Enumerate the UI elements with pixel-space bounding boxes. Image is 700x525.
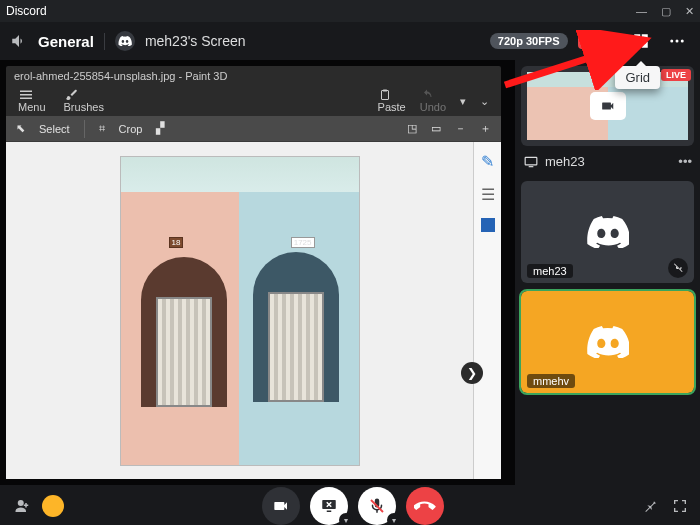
grid-tooltip: Grid [615,66,660,89]
view-3d-icon[interactable]: ◳ [407,122,417,135]
self-avatar[interactable] [42,495,64,517]
svg-rect-2 [634,42,640,48]
svg-rect-17 [327,511,332,513]
svg-point-6 [681,40,684,43]
camera-button[interactable] [262,487,300,525]
undo-icon [420,89,434,101]
app-name: Discord [6,4,47,18]
participants-sidebar: LIVE meh23 ••• meh23 mmehv [515,60,700,485]
zoom-in-icon[interactable]: ＋ [480,121,491,136]
chevron-down-icon[interactable]: ⌄ [480,95,489,108]
speaker-icon[interactable] [10,32,28,50]
camera-icon [598,99,618,113]
stream-thumbnail[interactable]: LIVE [521,66,694,146]
stream-user-label[interactable]: meh23 [545,154,585,169]
paint3d-menu-label[interactable]: Menu [18,101,46,113]
brush-icon[interactable] [64,89,78,101]
crop-icon[interactable]: ⌗ [99,122,105,135]
discord-logo-icon [587,216,629,248]
channel-name[interactable]: General [38,33,105,50]
house-number-right: 1725 [291,237,315,248]
stream-more-button[interactable]: ••• [678,154,692,169]
call-header: General meh23's Screen 720p 30FPS LIVE [0,22,700,60]
house-number-left: 18 [169,237,184,248]
svg-rect-8 [20,91,32,93]
svg-rect-12 [383,90,387,92]
svg-rect-13 [525,157,537,165]
thumb-live-badge: LIVE [661,69,691,81]
grid-view-button[interactable] [628,30,654,52]
chevron-down-icon[interactable]: ▾ [387,513,401,525]
window-titlebar: Discord ― ▢ ✕ [0,0,700,22]
hamburger-icon[interactable] [18,89,34,101]
add-user-button[interactable] [12,497,34,515]
mute-button[interactable]: ▾ [358,487,396,525]
mic-muted-icon [668,258,688,278]
chevron-down-icon[interactable]: ▾ [339,513,353,525]
canvas-image: 18 1725 [120,156,360,466]
cursor-icon[interactable]: ⬉ [16,122,25,135]
paint3d-paste-label[interactable]: Paste [378,101,406,113]
zoom-out-icon[interactable]: － [455,121,466,136]
svg-rect-0 [634,34,640,40]
participant-tile[interactable]: meh23 [521,181,694,283]
svg-rect-11 [381,91,388,100]
monitor-icon [523,155,539,169]
more-options-button[interactable] [664,30,690,52]
hangup-button[interactable] [406,487,444,525]
svg-rect-1 [642,34,648,40]
svg-rect-14 [529,166,534,167]
close-icon[interactable]: ✕ [685,5,694,18]
call-footer: ▾ ▾ [0,485,700,525]
maximize-icon[interactable]: ▢ [661,5,671,18]
paint3d-select[interactable]: Select [39,123,70,135]
pin-button[interactable] [642,498,658,514]
svg-rect-3 [642,42,648,48]
color-swatch-blue[interactable] [481,218,495,232]
stop-screenshare-button[interactable]: ▾ [310,487,348,525]
svg-point-4 [670,40,673,43]
svg-point-5 [676,40,679,43]
view-flat-icon[interactable]: ▭ [431,122,441,135]
paint3d-crop[interactable]: Crop [119,123,143,135]
svg-point-15 [18,500,24,506]
svg-rect-9 [20,94,32,96]
sliders-icon[interactable]: ☰ [481,185,495,204]
streamer-avatar [115,31,135,51]
live-badge: LIVE [578,33,618,49]
stream-stage: erol-ahmed-255854-unsplash.jpg - Paint 3… [0,60,515,485]
quality-badge: 720p 30FPS [490,33,568,49]
marker-tool-icon[interactable]: ✎ [481,152,494,171]
paste-icon[interactable] [378,89,392,101]
expand-sidepanel-button[interactable]: ❯ [461,362,483,384]
svg-rect-10 [20,98,32,100]
magic-select-icon[interactable]: ▞ [156,122,164,135]
discord-logo-icon [587,326,629,358]
chevron-down-icon[interactable]: ▾ [460,95,466,108]
participant-name: mmehv [527,374,575,388]
paint3d-undo-label: Undo [420,101,446,113]
fullscreen-button[interactable] [672,498,688,514]
shared-app-title: erol-ahmed-255854-unsplash.jpg - Paint 3… [6,66,501,86]
minimize-icon[interactable]: ― [636,5,647,18]
participant-name: meh23 [527,264,573,278]
stream-title: meh23's Screen [145,33,246,49]
shared-app-window: erol-ahmed-255854-unsplash.jpg - Paint 3… [6,66,501,479]
paint3d-brushes-label[interactable]: Brushes [64,101,104,113]
participant-tile[interactable]: mmehv [521,291,694,393]
